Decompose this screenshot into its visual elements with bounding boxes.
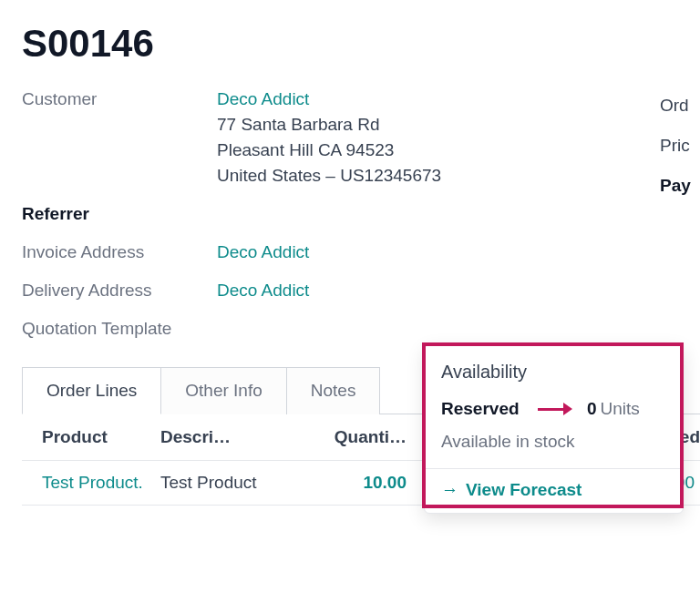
truncated-label: Ord	[660, 96, 700, 116]
tab-order-lines[interactable]: Order Lines	[22, 367, 161, 414]
invoice-address-link[interactable]: Deco Addict	[217, 242, 309, 262]
tab-other-info[interactable]: Other Info	[161, 367, 287, 414]
delivery-address-label: Delivery Address	[22, 281, 217, 301]
order-number: S00146	[22, 22, 700, 66]
row-product-link[interactable]: Test Product.	[42, 473, 160, 493]
row-quantity[interactable]: 10.00	[306, 473, 416, 493]
invoice-address-label: Invoice Address	[22, 242, 217, 262]
availability-popover: Availability Reserved 0 Units Available …	[424, 344, 684, 514]
truncated-label: Pric	[660, 136, 700, 156]
customer-link[interactable]: Deco Addict	[217, 89, 441, 109]
divider	[425, 468, 683, 469]
customer-address-line: Pleasant Hill CA 94523	[217, 140, 441, 160]
referrer-label: Referrer	[22, 204, 217, 224]
col-product[interactable]: Product	[42, 427, 160, 447]
reserved-value: 0	[587, 399, 597, 419]
delivery-address-link[interactable]: Deco Addict	[217, 281, 309, 301]
quotation-template-label: Quotation Template	[22, 319, 217, 339]
popover-title: Availability	[441, 362, 666, 383]
reserved-unit: Units	[601, 399, 640, 419]
stock-status: Available in stock	[441, 432, 666, 452]
truncated-label: Pay	[660, 176, 700, 196]
tab-notes[interactable]: Notes	[287, 367, 381, 414]
col-description[interactable]: Descri…	[160, 427, 306, 447]
arrow-annotation-icon	[538, 403, 572, 415]
customer-label: Customer	[22, 89, 217, 109]
right-column-labels: Ord Pric Pay	[660, 96, 700, 216]
view-forecast-link[interactable]: →View Forecast	[441, 480, 666, 500]
customer-address-line: 77 Santa Barbara Rd	[217, 115, 441, 135]
reserved-label: Reserved	[441, 399, 529, 419]
row-description: Test Product	[160, 473, 306, 493]
col-quantity[interactable]: Quanti…	[306, 427, 416, 447]
arrow-right-icon: →	[441, 480, 458, 499]
customer-address-line: United States – US12345673	[217, 166, 441, 186]
